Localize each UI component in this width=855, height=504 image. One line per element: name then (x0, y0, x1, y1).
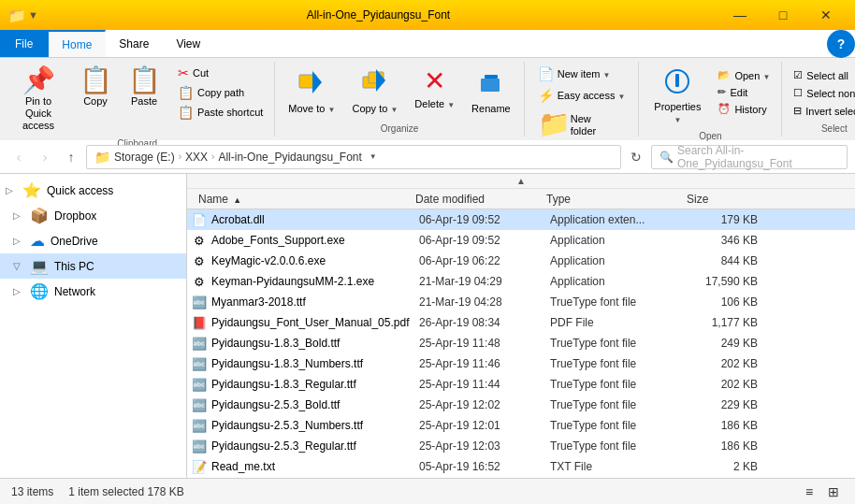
select-label: Select (821, 122, 848, 137)
file-size: 202 KB (690, 378, 765, 391)
table-row[interactable]: ⚙ Adobe_Fonts_Support.exe 06-Apr-19 09:5… (187, 230, 855, 251)
selected-info: 1 item selected 178 KB (68, 485, 183, 498)
history-icon: ⏰ (717, 103, 731, 115)
tiles-view-button[interactable]: ⊞ (823, 482, 844, 502)
paste-button[interactable]: 📋 Paste (120, 64, 168, 111)
table-row[interactable]: 📄 Acrobat.dll 06-Apr-19 09:52 Applicatio… (187, 209, 855, 230)
breadcrumb-xxx: XXX (185, 151, 208, 164)
back-button[interactable]: ‹ (7, 146, 30, 168)
table-row[interactable]: ⚙ Keyman-PyidaungsuMM-2.1.exe 21-Mar-19 … (187, 271, 855, 292)
sidebar-item-quickaccess[interactable]: ▷ ⭐ Quick access (0, 178, 186, 203)
new-folder-button[interactable]: 📁 Newfolder (530, 108, 604, 143)
table-row[interactable]: 🔤 Pyidaungsu-2.5.3_Regular.ttf 25-Apr-19… (187, 436, 855, 456)
breadcrumb-sep-1: › (179, 151, 181, 162)
col-type-header[interactable]: Type (546, 193, 687, 206)
file-icon: 📕 (191, 316, 208, 330)
tab-file[interactable]: File (0, 30, 49, 57)
move-to-button[interactable]: Move to ▼ (281, 64, 342, 119)
copy-to-icon (361, 67, 389, 101)
col-modified-header[interactable]: Date modified (415, 193, 546, 206)
copy-path-button[interactable]: 📋Copy path (172, 83, 268, 102)
copy-button[interactable]: 📋 Copy (71, 64, 120, 111)
rename-button[interactable]: Rename (464, 64, 518, 119)
table-row[interactable]: 🔤 Pyidaungsu-2.5.3_Numbers.ttf 25-Apr-19… (187, 415, 855, 436)
file-area: ▷ ⭐ Quick access ▷ 📦 Dropbox ▷ ☁ OneDriv… (0, 174, 855, 478)
file-modified: 25-Apr-19 11:48 (419, 337, 550, 350)
file-type: Application (550, 234, 690, 247)
file-type: TXT File (550, 460, 690, 473)
table-row[interactable]: 🔤 Myanmar3-2018.ttf 21-Mar-19 04:28 True… (187, 292, 855, 312)
file-type: TrueType font file (550, 337, 690, 350)
pin-quick-access-button[interactable]: 📌 Pin to Quickaccess (6, 64, 71, 137)
file-modified: 06-Apr-19 06:22 (419, 254, 550, 267)
tab-home[interactable]: Home (49, 30, 106, 57)
open-button[interactable]: 📂Open ▼ (712, 67, 775, 83)
paste-shortcut-icon: 📋 (178, 105, 194, 120)
select-none-button[interactable]: ☐Select none (788, 85, 855, 101)
onedrive-icon: ☁ (30, 232, 45, 250)
breadcrumb-dropdown[interactable]: ▼ (370, 152, 377, 161)
table-row[interactable]: 🔤 Pyidaungsu-1.8.3_Numbers.ttf 25-Apr-19… (187, 353, 855, 374)
table-row[interactable]: 🔤 Pyidaungsu-1.8.3_Bold.ttf 25-Apr-19 11… (187, 333, 855, 353)
file-size: 844 KB (690, 254, 765, 267)
file-icon: 🔤 (191, 357, 208, 371)
col-size-header[interactable]: Size (687, 193, 761, 206)
forward-button[interactable]: › (34, 146, 56, 168)
up-button[interactable]: ↑ (60, 146, 82, 168)
new-item-button[interactable]: 📄 New item ▼ (530, 64, 618, 84)
select-group: ☑Select all ☐Select none ⊟Invert selecti… (782, 62, 855, 137)
cut-button[interactable]: ✂Cut (172, 64, 268, 82)
details-view-button[interactable]: ≡ (799, 482, 819, 502)
table-row[interactable]: 📕 Pyidaungsu_Font_User_Manual_05.pdf 26-… (187, 312, 855, 333)
select-buttons: ☑Select all ☐Select none ⊟Invert selecti… (788, 67, 855, 122)
easy-access-button[interactable]: ⚡ Easy access ▼ (530, 85, 633, 106)
close-button[interactable]: ✕ (804, 0, 848, 30)
edit-button[interactable]: ✏Edit (712, 84, 775, 100)
breadcrumb-folder-icon: 📁 (94, 150, 110, 165)
expand-icon-thispc: ▽ (13, 261, 24, 271)
title-bar: 📁 ▼ All-in-One_Pyidaungsu_Font — □ ✕ (0, 0, 855, 30)
sidebar-item-thispc[interactable]: ▽ 💻 This PC (0, 253, 186, 279)
file-icon: 🔤 (191, 398, 208, 412)
sidebar-item-onedrive[interactable]: ▷ ☁ OneDrive (0, 228, 186, 253)
file-name: Pyidaungsu-2.5.3_Numbers.ttf (211, 419, 419, 432)
search-box[interactable]: 🔍 Search All-in-One_Pyidaungsu_Font (651, 145, 848, 169)
help-button[interactable]: ? (827, 30, 855, 58)
delete-button[interactable]: ✕ Delete ▼ (407, 64, 462, 114)
file-modified: 25-Apr-19 11:46 (419, 357, 550, 370)
invert-selection-button[interactable]: ⊟Invert selection (788, 103, 855, 119)
breadcrumb[interactable]: 📁 Storage (E:) › XXX › All-in-One_Pyidau… (86, 145, 621, 169)
edit-icon: ✏ (717, 86, 726, 98)
minimize-button[interactable]: — (718, 0, 761, 30)
nav-bar: ‹ › ↑ 📁 Storage (E:) › XXX › All-in-One_… (0, 140, 855, 174)
organize-label: Organize (381, 122, 419, 137)
view-controls: ≡ ⊞ (799, 482, 844, 502)
table-row[interactable]: 📝 Read_me.txt 05-Apr-19 16:52 TXT File 2… (187, 456, 855, 477)
title-controls: — □ ✕ (718, 0, 848, 30)
sidebar-item-network[interactable]: ▷ 🌐 Network (0, 279, 186, 304)
folder-icon: 📁 (7, 7, 26, 24)
history-button[interactable]: ⏰History (712, 101, 775, 117)
file-icon: 🔤 (191, 439, 208, 454)
sidebar-item-dropbox[interactable]: ▷ 📦 Dropbox (0, 203, 186, 228)
copy-to-button[interactable]: Copy to ▼ (344, 64, 405, 119)
properties-button[interactable]: Properties ▼ (645, 64, 710, 129)
maximize-button[interactable]: □ (761, 0, 804, 30)
thispc-icon: 💻 (30, 257, 49, 275)
col-name-header[interactable]: Name ▲ (191, 193, 415, 206)
properties-icon (663, 67, 691, 99)
refresh-button[interactable]: ↻ (625, 146, 647, 168)
tab-share[interactable]: Share (106, 30, 163, 57)
table-row[interactable]: 🔤 Pyidaungsu-2.5.3_Bold.ttf 25-Apr-19 12… (187, 395, 855, 415)
sidebar-thispc-label: This PC (54, 260, 179, 273)
file-name: Pyidaungsu-2.5.3_Bold.ttf (211, 398, 419, 411)
file-type: TrueType font file (550, 378, 690, 391)
file-type: TrueType font file (550, 439, 690, 453)
paste-shortcut-button[interactable]: 📋Paste shortcut (172, 103, 268, 122)
item-count: 13 items (11, 485, 53, 498)
table-row[interactable]: 🔤 Pyidaungsu-1.8.3_Regular.ttf 25-Apr-19… (187, 374, 855, 395)
select-all-button[interactable]: ☑Select all (788, 67, 854, 83)
pin-icon: 📌 (22, 67, 55, 94)
table-row[interactable]: ⚙ KeyMagic-v2.0.0.6.exe 06-Apr-19 06:22 … (187, 251, 855, 271)
tab-view[interactable]: View (163, 30, 214, 57)
